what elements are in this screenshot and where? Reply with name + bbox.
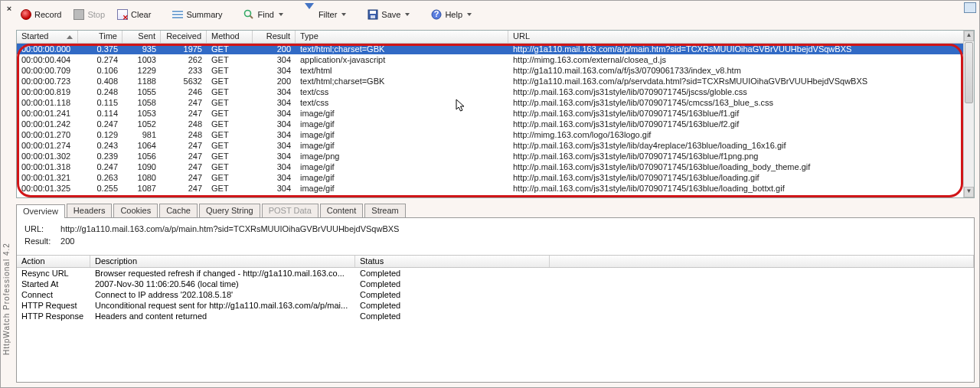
cell: GET (207, 55, 253, 64)
tab-headers[interactable]: Headers (67, 204, 113, 217)
cell: image/gif (296, 119, 508, 129)
col-started[interactable]: Started (17, 31, 78, 43)
clear-button[interactable]: Clear (113, 6, 155, 23)
cell: 0.129 (78, 130, 122, 139)
tab-post-data[interactable]: POST Data (262, 204, 318, 217)
grid-body[interactable]: 00:00:00.0000.3759351975GET200text/html;… (17, 44, 963, 197)
overview-row[interactable]: HTTP RequestUnconditional request sent f… (17, 300, 974, 311)
table-row[interactable]: 00:00:01.3180.2471090247GET304image/gifh… (17, 161, 963, 172)
cell: 1058 (122, 98, 161, 107)
cell: 304 (253, 130, 296, 139)
cell: Browser requested refresh if changed - h… (90, 269, 355, 278)
tab-stream[interactable]: Stream (364, 204, 405, 217)
tab-cookies[interactable]: Cookies (113, 204, 158, 217)
help-icon: ? (431, 9, 442, 20)
cell: 00:00:01.318 (17, 162, 78, 171)
cell: 1052 (122, 119, 161, 129)
tab-overview[interactable]: Overview (16, 204, 65, 218)
ovcol-description[interactable]: Description (90, 256, 355, 267)
find-label: Find (257, 10, 273, 19)
cell: Headers and content returned (90, 311, 355, 321)
overview-row[interactable]: HTTP ResponseHeaders and content returne… (17, 311, 974, 321)
summary-button[interactable]: Summary (168, 6, 227, 23)
cell: 0.114 (78, 109, 122, 118)
cell: 304 (253, 109, 296, 118)
table-row[interactable]: 00:00:00.0000.3759351975GET200text/html;… (17, 44, 963, 54)
scroll-up-button[interactable]: ▲ (964, 31, 974, 41)
save-button[interactable]: Save (363, 6, 414, 23)
col-url[interactable]: URL (508, 31, 974, 43)
table-row[interactable]: 00:00:00.7090.1061229233GET304text/htmlh… (17, 65, 963, 76)
cell: Completed (355, 279, 550, 289)
ovcol-status[interactable]: Status (355, 256, 550, 267)
col-method[interactable]: Method (207, 31, 253, 43)
cell: http://g1a110.mail.163.com/a/p/main.htm?… (508, 44, 963, 54)
scroll-down-button[interactable]: ▼ (964, 187, 974, 197)
cell: 233 (161, 66, 207, 75)
overview-row[interactable]: Resync URLBrowser requested refresh if c… (17, 268, 974, 279)
chevron-down-icon (279, 13, 283, 16)
col-received[interactable]: Received (161, 31, 207, 43)
cell: GET (207, 98, 253, 107)
cell: 00:00:01.302 (17, 152, 78, 161)
table-row[interactable]: 00:00:00.4040.2741003262GET304applicatio… (17, 54, 963, 65)
cell: Resync URL (17, 269, 90, 278)
overview-row[interactable]: ConnectConnect to IP address '202.108.5.… (17, 289, 974, 300)
cell: http://p.mail.163.com/js31style/lib/0709… (508, 173, 963, 182)
summary-label: Summary (186, 10, 222, 19)
cell: 1055 (122, 87, 161, 96)
table-row[interactable]: 00:00:01.2420.2471052248GET304image/gifh… (17, 119, 963, 129)
table-row[interactable]: 00:00:01.1180.1151058247GET304text/cssht… (17, 97, 963, 108)
summary-icon (172, 11, 183, 18)
save-label: Save (381, 10, 400, 19)
help-label: Help (445, 10, 462, 19)
table-row[interactable]: 00:00:01.2410.1141053247GET304image/gifh… (17, 108, 963, 119)
table-row[interactable]: 00:00:00.8190.2481055246GET304text/cssht… (17, 86, 963, 97)
tab-query-string[interactable]: Query String (199, 204, 260, 217)
toolbar: Record Stop Clear Summary Find Filter (16, 5, 964, 24)
tab-cache[interactable]: Cache (159, 204, 198, 217)
filter-button[interactable]: Filter (300, 6, 351, 23)
table-row[interactable]: 00:00:00.7230.40811885632GET200text/html… (17, 76, 963, 86)
svg-rect-3 (370, 11, 376, 14)
table-row[interactable]: 00:00:01.3250.2551087247GET304image/gifh… (17, 183, 963, 194)
cell: 0.243 (78, 141, 122, 150)
record-button[interactable]: Record (16, 6, 66, 23)
cell: 304 (253, 55, 296, 64)
col-result[interactable]: Result (253, 31, 296, 43)
scroll-thumb[interactable] (965, 42, 973, 103)
overview-rows[interactable]: Resync URLBrowser requested refresh if c… (17, 268, 974, 321)
cell: http://p.mail.163.com/js31style/lib/0709… (508, 109, 963, 118)
vertical-scrollbar[interactable]: ▲ ▼ (963, 31, 974, 197)
find-button[interactable]: Find (239, 6, 287, 23)
svg-line-1 (250, 16, 253, 19)
cell: 00:00:01.274 (17, 141, 78, 150)
table-row[interactable]: 00:00:01.2700.129981248GET304image/gifht… (17, 129, 963, 140)
filter-label: Filter (318, 10, 337, 19)
col-sent[interactable]: Sent (122, 31, 161, 43)
help-button[interactable]: ? Help (426, 6, 476, 23)
cell: 981 (122, 130, 161, 139)
table-row[interactable]: 00:00:01.3210.2631080247GET304image/gifh… (17, 172, 963, 183)
col-type[interactable]: Type (296, 31, 508, 43)
record-icon (21, 9, 31, 20)
overview-row[interactable]: Started At2007-Nov-30 11:06:20.546 (loca… (17, 279, 974, 289)
grid-header: Started Time Sent Received Method Result… (17, 31, 974, 44)
cell: image/gif (296, 173, 508, 182)
cell: 00:00:00.404 (17, 55, 78, 64)
close-icon[interactable]: × (4, 4, 15, 15)
tab-content[interactable]: Content (320, 204, 364, 217)
cell: 247 (161, 184, 207, 193)
col-time[interactable]: Time (78, 31, 122, 43)
table-row[interactable]: 00:00:01.3020.2391056247GET304image/pngh… (17, 151, 963, 161)
cell: 1080 (122, 173, 161, 182)
cell: 00:00:00.723 (17, 77, 78, 86)
table-row[interactable]: 00:00:01.2740.2431064247GET304image/gifh… (17, 140, 963, 151)
cell: Completed (355, 290, 550, 299)
stop-button[interactable]: Stop (69, 6, 109, 23)
find-icon (243, 9, 254, 20)
ovcol-action[interactable]: Action (17, 256, 90, 267)
cell: 0.263 (78, 173, 122, 182)
restore-window-button[interactable] (964, 2, 976, 13)
cell: http://p.mail.163.com/js31style/lib/0709… (508, 98, 963, 107)
